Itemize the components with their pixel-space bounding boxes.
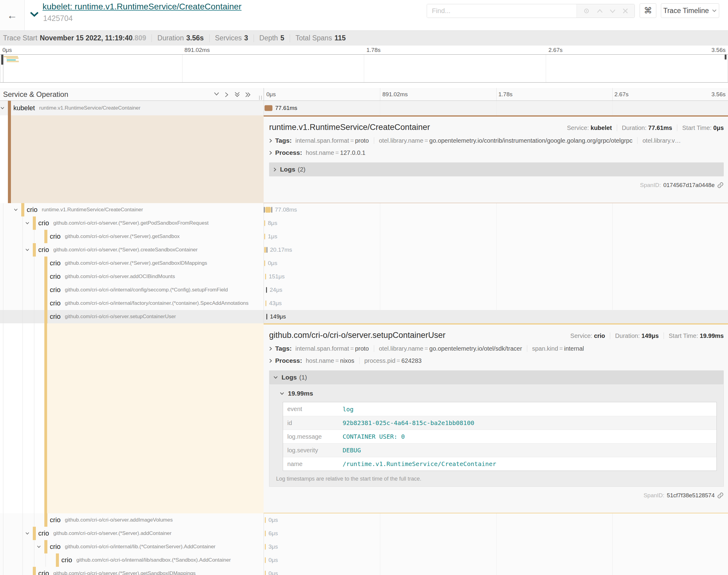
span-row[interactable]: criogithub.com/cri-o/cri-o/server.(*Serv…: [0, 230, 728, 243]
view-selector-button[interactable]: Trace Timeline: [661, 3, 719, 18]
tag-item: otel.library.name=go.opentelemetry.io/co…: [374, 137, 633, 144]
collapse-span-icon[interactable]: [25, 532, 29, 535]
span-bar[interactable]: [266, 287, 267, 293]
span-detail-row-kubelet: runtime.v1.RuntimeService/CreateContaine…: [0, 115, 728, 203]
span-bar[interactable]: [265, 531, 266, 536]
tag-item: host.name=127.0.0.1: [306, 149, 366, 156]
span-bar[interactable]: [267, 247, 267, 253]
clear-find-icon[interactable]: [623, 8, 628, 14]
span-timeline-cell[interactable]: 77.08ms: [264, 203, 728, 216]
collapse-one-icon[interactable]: [213, 92, 220, 97]
span-bar[interactable]: [265, 301, 266, 306]
span-service-name: crio: [50, 543, 60, 551]
collapse-span-icon[interactable]: [14, 209, 18, 211]
expand-one-icon[interactable]: [225, 92, 229, 99]
process-section[interactable]: Process: host.name=127.0.0.1: [269, 149, 724, 156]
minimap-right-scrubber[interactable]: [725, 55, 726, 60]
span-row[interactable]: criogithub.com/cri-o/cri-o/internal/conf…: [0, 283, 728, 297]
locate-icon[interactable]: [583, 8, 590, 14]
link-icon[interactable]: [717, 182, 724, 189]
collapse-all-icon[interactable]: [234, 92, 240, 99]
span-row[interactable]: kubeletruntime.v1.RuntimeService/CreateC…: [0, 101, 728, 115]
span-row[interactable]: criogithub.com/cri-o/cri-o/server.(*Serv…: [0, 257, 728, 270]
span-timeline-cell[interactable]: 0μs: [264, 257, 728, 270]
expand-all-icon[interactable]: [245, 92, 251, 99]
tag-item: otel.library.v…: [637, 137, 681, 144]
spanid-row: SpanID: 51cf7f38e5128574: [269, 492, 724, 499]
span-row[interactable]: criogithub.com/cri-o/cri-o/server.(*Serv…: [0, 243, 728, 257]
total-spans-label: Total Spans: [296, 34, 332, 42]
span-operation-name: github.com/cri-o/cri-o/server.(*Server).…: [65, 260, 207, 266]
collapse-span-icon[interactable]: [25, 249, 29, 251]
span-bar[interactable]: [265, 571, 266, 575]
span-timeline-cell[interactable]: 20.17ms: [264, 243, 728, 257]
span-row[interactable]: criogithub.com/cri-o/cri-o/server.setupC…: [0, 310, 728, 323]
span-service-name: crio: [50, 286, 60, 294]
span-timeline-cell[interactable]: 3μs: [264, 540, 728, 553]
span-service-name: crio: [50, 299, 60, 307]
span-duration: 151μs: [269, 273, 285, 280]
span-bar[interactable]: [266, 314, 267, 320]
log-fields-table: eventlogid92b82381-025c-4a64-815c-ba2e1b…: [283, 402, 717, 471]
collapse-span-icon[interactable]: [0, 107, 5, 110]
find-input[interactable]: [427, 4, 576, 18]
span-timeline-cell[interactable]: 0μs: [264, 553, 728, 567]
prev-result-icon[interactable]: [597, 9, 603, 13]
tags-section[interactable]: Tags: internal.span.format=protootel.lib…: [269, 137, 724, 144]
minimap-left-scrubber[interactable]: [1, 55, 3, 65]
span-bar[interactable]: [264, 234, 265, 240]
timeline-ruler: 0μs891.02ms1.78s2.67s3.56s: [264, 88, 728, 100]
span-bar[interactable]: [265, 105, 272, 111]
span-timeline-cell[interactable]: 149μs: [264, 310, 728, 323]
span-bar[interactable]: [265, 207, 271, 213]
span-bar[interactable]: [271, 207, 272, 213]
minimap-tick-labels: 0μs891.02ms1.78s2.67s3.56s: [0, 45, 728, 54]
column-resize-handle[interactable]: [259, 96, 262, 100]
spanid-label: SpanID:: [643, 492, 664, 499]
span-timeline-cell[interactable]: 43μs: [264, 297, 728, 310]
logs-toggle[interactable]: Logs (1): [269, 370, 724, 384]
logs-toggle[interactable]: Logs (2): [269, 162, 724, 176]
link-icon[interactable]: [717, 492, 724, 499]
span-bar[interactable]: [264, 247, 266, 253]
span-color-bar: [56, 553, 59, 567]
span-bar[interactable]: [265, 557, 266, 563]
span-bar[interactable]: [264, 261, 265, 266]
span-row[interactable]: criogithub.com/cri-o/cri-o/server.(*Serv…: [0, 567, 728, 575]
span-bar[interactable]: [265, 274, 266, 280]
span-bar[interactable]: [265, 544, 266, 550]
keyboard-shortcuts-button[interactable]: ⌘: [640, 3, 656, 18]
span-timeline-cell[interactable]: 0μs: [264, 513, 728, 527]
span-row[interactable]: criogithub.com/cri-o/cri-o/server.(*Serv…: [0, 216, 728, 230]
span-timeline-cell[interactable]: 77.61ms: [264, 101, 728, 115]
span-row[interactable]: criogithub.com/cri-o/cri-o/server.addOCI…: [0, 270, 728, 283]
span-timeline-cell[interactable]: 8μs: [264, 216, 728, 230]
span-row[interactable]: criogithub.com/cri-o/cri-o/internal/fact…: [0, 297, 728, 310]
span-bar[interactable]: [265, 517, 266, 523]
span-timeline-cell[interactable]: 1μs: [264, 230, 728, 243]
log-field-key: name: [283, 461, 342, 468]
span-row[interactable]: crioruntime.v1.RuntimeService/CreateCont…: [0, 203, 728, 216]
collapse-span-icon[interactable]: [37, 546, 41, 548]
span-bar[interactable]: [264, 221, 265, 226]
minimap-canvas[interactable]: [0, 54, 728, 82]
tags-section[interactable]: Tags: internal.span.format=protootel.lib…: [269, 345, 724, 352]
span-timeline-cell[interactable]: 6μs: [264, 527, 728, 540]
span-row[interactable]: criogithub.com/cri-o/cri-o/server.addIma…: [0, 513, 728, 527]
span-bar[interactable]: [264, 207, 265, 213]
back-button[interactable]: ←: [0, 0, 25, 30]
process-section[interactable]: Process: host.name=nixosprocess.pid=6242…: [269, 357, 724, 364]
span-row[interactable]: criogithub.com/cri-o/cri-o/server.(*Serv…: [0, 527, 728, 540]
next-result-icon[interactable]: [609, 9, 616, 13]
minimap-span-mark: [7, 61, 19, 62]
log-field-key: event: [283, 406, 342, 413]
log-entry-toggle[interactable]: 19.99ms: [276, 390, 717, 397]
span-row[interactable]: criogithub.com/cri-o/cri-o/internal/lib.…: [0, 540, 728, 553]
collapse-span-icon[interactable]: [25, 222, 29, 225]
span-timeline-cell[interactable]: 151μs: [264, 270, 728, 283]
span-timeline-cell[interactable]: 0μs: [264, 567, 728, 575]
span-timeline-cell[interactable]: 24μs: [264, 283, 728, 297]
span-row[interactable]: criogithub.com/cri-o/cri-o/internal/lib/…: [0, 553, 728, 567]
collapse-trace-header-icon[interactable]: [30, 11, 39, 18]
trace-title-link[interactable]: kubelet: runtime.v1.RuntimeService/Creat…: [42, 2, 241, 11]
